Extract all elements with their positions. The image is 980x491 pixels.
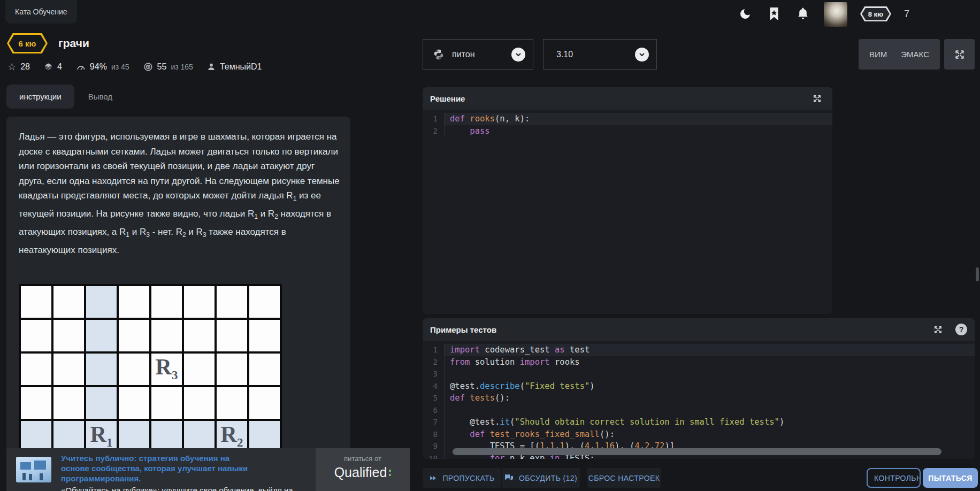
tests-title: Примеры тестов <box>430 325 496 334</box>
board-cell <box>249 354 280 385</box>
board-cell <box>151 387 182 419</box>
board-cell <box>184 320 215 351</box>
board-cell <box>119 387 149 419</box>
attempt-label: ПЫТАТЬСЯ <box>928 474 973 482</box>
code-line: 1import codewars_test as test <box>423 344 975 356</box>
python-logo-icon <box>433 49 445 60</box>
emacs-mode-button[interactable]: ЭМАКС <box>901 50 929 59</box>
kata-rank-badge: 6 кю <box>7 33 48 53</box>
board-cell <box>86 286 117 318</box>
language-value: питон <box>452 50 474 59</box>
code-line: 8 def test_rooks_fixed_small(): <box>423 428 975 441</box>
board-cell <box>119 286 149 318</box>
kata-rank-border: 6 кю <box>7 33 48 53</box>
chevron-down-icon <box>511 48 525 62</box>
board-cell <box>217 286 247 318</box>
banner-link[interactable]: Учитесь публично: стратегия обучения на … <box>61 453 254 484</box>
board-cell <box>184 286 215 318</box>
tab-instructions[interactable]: инструкции <box>6 85 74 109</box>
left-tabs: инструкции Вывод <box>6 85 126 109</box>
code-line: 1def rooks(n, k): <box>423 113 832 125</box>
board-cell <box>217 354 247 385</box>
board-cell <box>86 354 117 385</box>
rook-piece-3: R3 <box>156 356 178 381</box>
rook-piece-1: R1 <box>90 423 113 449</box>
banner-illustration <box>16 457 51 482</box>
skip-button[interactable]: ПРОПУСКАТЬ <box>423 468 501 488</box>
solution-code-editor[interactable]: 1def rooks(n, k):2 pass <box>423 110 832 137</box>
expand-icon[interactable] <box>809 90 825 106</box>
board-cell <box>21 320 51 351</box>
bookmark-icon[interactable] <box>766 6 782 22</box>
discuss-button[interactable]: ОБСУДИТЬ (12) <box>502 468 580 488</box>
kata-rank-label: 6 кю <box>9 35 46 52</box>
attempt-button[interactable]: ПЫТАТЬСЯ <box>923 468 978 488</box>
dark-mode-moon-icon[interactable] <box>737 6 753 22</box>
board-cell <box>151 286 182 318</box>
code-line: 7 @test.it("Should obtain correct soluti… <box>423 416 975 428</box>
skip-label: ПРОПУСКАТЬ <box>442 474 494 482</box>
banner-subtext: «Обучайтесь на публике»: улучшите свое о… <box>61 486 307 491</box>
board-cell <box>184 387 215 419</box>
rank-badge-border: 8 кю <box>860 6 891 21</box>
version-value: 3.10 <box>556 50 573 59</box>
fast-forward-icon <box>429 474 437 482</box>
person-icon <box>207 63 216 71</box>
gauge-icon <box>76 63 86 71</box>
qualified-banner: Учитесь публично: стратегия обучения на … <box>6 448 410 491</box>
board-cell <box>21 387 51 419</box>
board-cell <box>184 354 215 385</box>
board-cell <box>249 387 280 419</box>
powered-by-section: питаться от Qualified <box>316 448 410 491</box>
kata-stats: ☆ 28 4 94% из 45 55 из 165 <box>7 62 262 72</box>
layers-icon <box>44 63 53 72</box>
tests-panel-header: Примеры тестов ? <box>423 318 975 341</box>
reset-settings-button[interactable]: СБРОС НАСТРОЕК <box>587 468 661 488</box>
board-cell <box>217 387 247 419</box>
horizontal-scrollbar[interactable] <box>453 448 941 455</box>
expand-icon[interactable] <box>930 321 946 337</box>
board-cell <box>249 320 280 351</box>
qualified-logo[interactable]: Qualified <box>334 465 392 480</box>
rook-piece-2: R2 <box>221 423 243 449</box>
discuss-label: ОБСУДИТЬ (12) <box>519 474 577 482</box>
kata-trainer-label: Ката Обучение <box>15 7 67 16</box>
solution-panel-header: Решение <box>423 87 832 110</box>
tab-output[interactable]: Вывод <box>74 85 126 109</box>
help-icon[interactable]: ? <box>955 324 967 335</box>
solved-value: 55 <box>157 62 167 72</box>
page-scrollbar-thumb[interactable] <box>976 267 979 281</box>
board-cell <box>119 320 149 351</box>
chessboard-figure: R3R1R2 <box>19 284 282 455</box>
stars-value: 28 <box>20 62 30 72</box>
solved-of: из 165 <box>171 63 193 71</box>
code-line: 4@test.describe("Fixed tests") <box>423 380 975 393</box>
vim-mode-button[interactable]: ВИМ <box>869 50 887 59</box>
notifications-bell-icon[interactable] <box>795 6 811 22</box>
powered-by-label: питаться от <box>344 455 381 463</box>
star-icon: ☆ <box>7 62 16 72</box>
tests-code-editor[interactable]: 1import codewars_test as test2from solut… <box>423 341 975 459</box>
code-line: 2from solution import rooks <box>423 356 975 369</box>
version-dropdown[interactable]: 3.10 <box>543 39 657 70</box>
user-rank-badge[interactable]: 8 кю <box>860 6 891 21</box>
kata-trainer-tab[interactable]: Ката Обучение <box>5 0 77 24</box>
code-line: 6 <box>423 404 975 417</box>
board-cell <box>53 387 84 419</box>
language-dropdown[interactable]: питон <box>423 39 533 70</box>
kata-description: Ладья — это фигура, используемая в игре … <box>19 129 341 257</box>
solution-panel: Решение 1def rooks(n, k):2 pass <box>423 87 832 314</box>
author-name: ТемныйD1 <box>220 62 262 72</box>
test-button[interactable]: КОНТРОЛЬН <box>867 468 921 488</box>
stat-author[interactable]: ТемныйD1 <box>207 62 262 72</box>
code-line: 5def tests(): <box>423 392 975 404</box>
target-icon <box>143 62 153 72</box>
board-cell <box>86 387 117 419</box>
fullscreen-button[interactable] <box>944 39 975 70</box>
chat-bubbles-icon <box>504 474 514 482</box>
board-cell <box>53 354 84 385</box>
qualified-logo-dots <box>389 470 391 476</box>
user-avatar[interactable] <box>824 2 847 27</box>
stat-completed: 4 <box>44 62 62 72</box>
qualified-logo-text: Qualified <box>334 465 387 480</box>
